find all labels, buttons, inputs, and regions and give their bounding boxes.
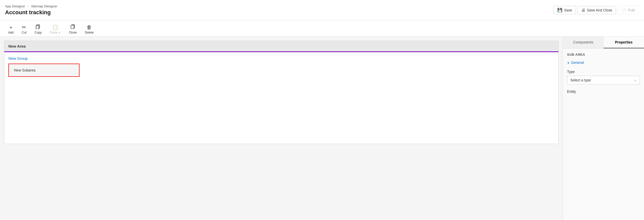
general-toggle[interactable]: ∨ General: [567, 61, 640, 65]
delete-label: Delete: [85, 31, 94, 34]
area-header[interactable]: New Area: [4, 41, 558, 52]
panel-content: SUB AREA ∨ General Type Select a type ⌄ …: [563, 49, 644, 220]
save-button[interactable]: 💾 Save: [554, 6, 576, 14]
save-label: Save: [564, 8, 572, 12]
copy-button[interactable]: Copy: [30, 22, 46, 36]
area-name: New Area: [8, 44, 26, 48]
entity-field-label: Entity: [567, 90, 640, 94]
breadcrumb-separator: ›: [27, 4, 29, 8]
chevron-down-icon: ⌄: [634, 78, 637, 82]
sub-area-section-title: SUB AREA: [567, 53, 640, 56]
paste-button[interactable]: 📋 Paste ▼: [46, 23, 65, 36]
paste-icon: 📋: [52, 25, 58, 30]
paste-label: Paste: [50, 31, 58, 34]
tab-properties[interactable]: Properties: [604, 37, 644, 48]
breadcrumb-part2[interactable]: Sitemap Designer: [31, 4, 57, 8]
cut-button[interactable]: ✂ Cut: [18, 23, 30, 36]
type-select-dropdown[interactable]: Select a type ⌄: [567, 76, 640, 84]
header-actions: 💾 Save 🖨 Save And Close 📄 Publ: [554, 6, 639, 14]
add-icon: ＋: [8, 25, 13, 30]
svg-rect-3: [71, 25, 74, 28]
clone-button[interactable]: Clone: [65, 22, 81, 36]
add-button[interactable]: ＋ Add: [4, 23, 18, 36]
clone-icon: [70, 24, 75, 30]
cut-label: Cut: [22, 31, 26, 34]
subarea-name: New Subarea: [14, 68, 36, 72]
copy-icon: [36, 24, 41, 30]
area-body: New Group New Subarea: [4, 52, 558, 144]
chevron-down-icon: ∨: [567, 61, 570, 65]
save-close-icon: 🖨: [581, 8, 585, 12]
type-field-label: Type: [567, 70, 640, 74]
save-and-close-label: Save And Close: [587, 8, 612, 12]
header-left: App Designer › Sitemap Designer Account …: [5, 4, 57, 16]
publish-label: Publ: [628, 8, 635, 12]
toolbar: ＋ Add ✂ Cut Copy 📋 Paste ▼ Clone: [0, 20, 644, 37]
save-and-close-button[interactable]: 🖨 Save And Close: [577, 6, 616, 14]
subarea-box[interactable]: New Subarea: [8, 64, 80, 77]
area-block: New Area New Group New Subarea: [4, 41, 559, 144]
cut-icon: ✂: [22, 25, 26, 30]
svg-rect-1: [36, 25, 39, 29]
breadcrumb-part1[interactable]: App Designer: [5, 4, 25, 8]
add-label: Add: [8, 31, 13, 34]
panel-tabs: Components Properties: [563, 37, 644, 49]
header: App Designer › Sitemap Designer Account …: [0, 0, 644, 20]
publish-icon: 📄: [621, 8, 626, 12]
main-content: New Area New Group New Subarea Component…: [0, 37, 644, 220]
type-dropdown-placeholder: Select a type: [570, 78, 591, 82]
delete-button[interactable]: 🗑 Delete: [81, 23, 98, 36]
delete-icon: 🗑: [87, 25, 92, 30]
right-panel: Components Properties SUB AREA ∨ General…: [563, 37, 644, 220]
tab-components[interactable]: Components: [563, 37, 604, 48]
save-icon: 💾: [557, 8, 562, 12]
components-tab-label: Components: [573, 40, 593, 44]
copy-label: Copy: [35, 31, 42, 34]
general-label: General: [571, 61, 584, 65]
clone-label: Clone: [69, 31, 77, 34]
properties-tab-label: Properties: [615, 40, 633, 44]
paste-dropdown-arrow: ▼: [58, 31, 61, 34]
breadcrumb: App Designer › Sitemap Designer: [5, 4, 57, 8]
publish-button[interactable]: 📄 Publ: [618, 6, 639, 14]
page-title: Account tracking: [5, 9, 57, 16]
group-title[interactable]: New Group: [8, 56, 554, 61]
canvas: New Area New Group New Subarea: [0, 37, 563, 220]
